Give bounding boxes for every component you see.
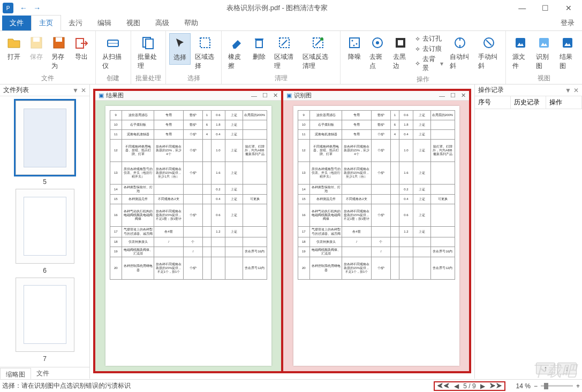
dropdown-icon[interactable]: ▼ <box>565 87 571 94</box>
denoise-button[interactable]: 降噪 <box>344 33 365 64</box>
svg-rect-8 <box>146 39 153 49</box>
filter-icon[interactable]: ▼ <box>72 87 79 94</box>
zoom-slider[interactable] <box>541 385 573 387</box>
page-indicator: 5 / 9 <box>463 382 475 390</box>
svg-point-16 <box>351 40 353 42</box>
pane-close-icon[interactable]: ✕ <box>461 92 466 99</box>
pane-max-icon[interactable]: ☐ <box>262 92 268 99</box>
app-icon: P <box>3 3 13 13</box>
wand-icon: ✧ <box>415 35 420 43</box>
tab-thumbnails[interactable]: 缩略图 <box>0 368 31 379</box>
autoskew-button[interactable]: 自动纠斜 <box>447 33 474 73</box>
pane-min-icon[interactable]: — <box>251 93 257 99</box>
tab-help[interactable]: 帮助 <box>177 16 206 30</box>
svg-rect-3 <box>56 37 62 42</box>
area-inverse-clean-button[interactable]: 区域反选清理 <box>299 33 337 73</box>
zoom-level: 14 % <box>516 382 531 390</box>
tab-file[interactable]: 文件 <box>2 16 31 30</box>
manualskew-button[interactable]: 手动纠斜 <box>475 33 502 73</box>
svg-rect-15 <box>350 38 359 48</box>
close-icon[interactable]: ✕ <box>558 4 579 12</box>
svg-rect-26 <box>539 38 549 48</box>
view-source-button[interactable]: 源文件 <box>509 33 532 73</box>
svg-point-17 <box>356 43 357 45</box>
svg-point-14 <box>320 37 323 41</box>
file-list-panel: 文件列表▼✕ 5 6 7 缩略图 文件 <box>0 84 90 379</box>
maximize-icon[interactable]: ☐ <box>535 4 556 12</box>
pane-close-icon[interactable]: ✕ <box>273 92 278 99</box>
svg-rect-25 <box>516 38 525 48</box>
status-hint: 选择：请在识别图中点选识别错误的污渍标识 <box>2 381 131 390</box>
svg-rect-9 <box>200 38 210 48</box>
svg-rect-22 <box>398 40 403 45</box>
area-clean-button[interactable]: 区域清理 <box>271 33 298 73</box>
svg-rect-1 <box>33 37 40 42</box>
pane-max-icon[interactable]: ☐ <box>450 92 456 99</box>
zoom-in-icon[interactable]: + <box>576 382 580 390</box>
recog-pane-title: 识别图 <box>294 91 312 99</box>
titlebar: P ← → 表格识别示例.pdf - 图档清洁专家 — ☐ ✕ <box>0 0 582 16</box>
last-page-icon[interactable]: ⮞⮞ <box>489 382 502 390</box>
doc-icon: ▣ <box>99 92 104 99</box>
svg-rect-27 <box>563 38 572 48</box>
wand-icon: ✧ <box>415 60 420 67</box>
svg-point-18 <box>353 45 354 47</box>
next-page-icon[interactable]: ▶ <box>480 382 485 390</box>
window-title: 表格识别示例.pdf - 图档清洁专家 <box>43 3 511 13</box>
ribbon: 打开 保存 另存为 导出 文件 从扫描仪 创建 批量处理 批量处理 选择 区域选… <box>0 31 582 84</box>
panel-close-icon[interactable]: ✕ <box>573 87 579 94</box>
login-link[interactable]: 登录 <box>553 16 582 30</box>
ops-title: 操作记录 <box>478 86 504 95</box>
ops-col-op: 操作 <box>546 96 582 109</box>
ops-panel: 操作记录▼✕ 序号 历史记录 操作 ↑ ↓ <box>475 84 582 379</box>
page-navigator: ⮜⮜ ◀ 5 / 9 ▶ ⮞⮞ <box>434 381 505 391</box>
tab-advanced[interactable]: 高级 <box>148 16 177 30</box>
wand-icon: ✧ <box>415 45 420 53</box>
scan-button[interactable]: 从扫描仪 <box>99 33 127 73</box>
zoom-out-icon[interactable]: − <box>534 382 538 390</box>
deblack-button[interactable]: 去黑边 <box>390 33 412 73</box>
compare-view: ▣结果图—☐✕ 9波纹器用滤芯专用套/炉10.6上证在用层的200%10石子煤刮… <box>90 84 475 379</box>
open-button[interactable]: 打开 <box>3 33 25 64</box>
batch-button[interactable]: 批量处理 <box>134 33 163 73</box>
thumbnail-7[interactable] <box>16 278 74 352</box>
eraser-button[interactable]: 橡皮擦 <box>225 33 247 73</box>
select-button[interactable]: 选择 <box>169 33 191 65</box>
save-button: 保存 <box>26 33 47 64</box>
nav-forward-icon[interactable]: → <box>33 4 41 12</box>
result-doc-page[interactable]: 9波纹器用滤芯专用套/炉10.6上证在用层的200%10石子煤刮板专用套/炉61… <box>105 106 271 366</box>
export-button[interactable]: 导出 <box>71 33 92 64</box>
dehole-button[interactable]: ✧去订孔 <box>415 34 443 43</box>
prev-page-icon[interactable]: ◀ <box>454 382 459 390</box>
thumbnail-5[interactable] <box>16 101 74 175</box>
svg-rect-10 <box>256 40 262 48</box>
tab-home[interactable]: 主页 <box>31 15 61 31</box>
statusbar: 选择：请在识别图中点选识别错误的污渍标识 ⮜⮜ ◀ 5 / 9 ▶ ⮞⮞ 14 … <box>0 379 582 392</box>
despot-button[interactable]: 去斑点 <box>366 33 389 73</box>
doc-icon: ▣ <box>286 92 292 99</box>
pane-min-icon[interactable]: — <box>439 93 445 99</box>
thumbnail-6[interactable] <box>16 189 74 263</box>
debg-button[interactable]: ✧去背景▾ <box>415 55 443 73</box>
page-up-button[interactable]: ↑ <box>536 363 555 374</box>
view-recog-button[interactable]: 识别图 <box>533 33 555 73</box>
menubar: 文件 主页 去污 编辑 视图 高级 帮助 登录 <box>0 16 582 31</box>
page-down-button[interactable]: ↓ <box>557 363 577 374</box>
recog-doc-page[interactable]: 9波纹器用滤芯专用套/炉10.6上证在用层的200%10石子煤刮板专用套/炉61… <box>293 106 459 366</box>
file-list-title: 文件列表 <box>3 86 29 95</box>
view-result-button[interactable]: 结果图 <box>556 33 579 73</box>
decrease-button[interactable]: ✧去订痕 <box>415 44 443 53</box>
area-select-button[interactable]: 区域选择 <box>192 33 218 73</box>
tab-clean[interactable]: 去污 <box>61 16 90 30</box>
saveas-button[interactable]: 另存为 <box>48 33 70 73</box>
first-page-icon[interactable]: ⮜⮜ <box>437 382 450 390</box>
panel-close-icon[interactable]: ✕ <box>81 87 86 94</box>
tab-files[interactable]: 文件 <box>31 367 55 379</box>
ops-col-no: 序号 <box>475 96 511 109</box>
nav-back-icon[interactable]: ← <box>20 4 27 12</box>
tab-edit[interactable]: 编辑 <box>90 16 119 30</box>
result-pane-title: 结果图 <box>106 91 124 99</box>
minimize-icon[interactable]: — <box>511 4 533 12</box>
delete-button[interactable]: 删除 <box>248 33 270 64</box>
tab-view[interactable]: 视图 <box>119 16 148 30</box>
